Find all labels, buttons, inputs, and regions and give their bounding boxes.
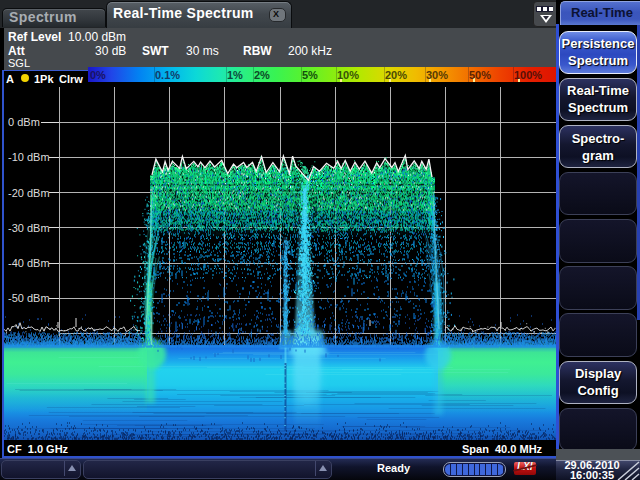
svg-text:-30 dBm: -30 dBm <box>8 222 50 234</box>
svg-text:0 dBm: 0 dBm <box>8 116 40 128</box>
svg-text:-20 dBm: -20 dBm <box>8 187 50 199</box>
svg-text:-50 dBm: -50 dBm <box>8 292 50 304</box>
svg-text:-40 dBm: -40 dBm <box>8 257 50 269</box>
svg-text:-10 dBm: -10 dBm <box>8 151 50 163</box>
